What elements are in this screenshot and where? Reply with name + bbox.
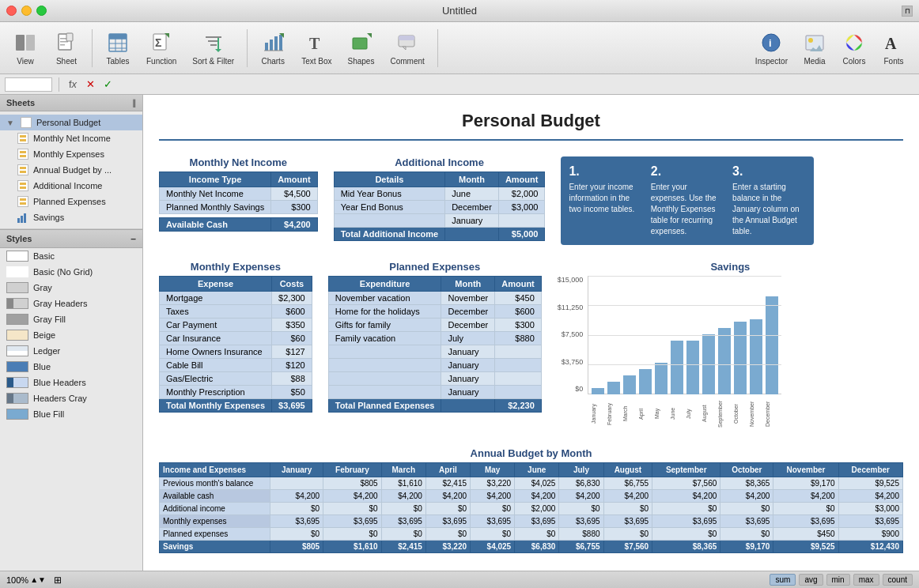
table-row[interactable]: Family vacationJuly$880 xyxy=(328,332,541,345)
style-item-headers-cray[interactable]: Headers Cray xyxy=(0,390,142,406)
table-row[interactable]: Previous month's balance $805 $1,610 $2,… xyxy=(160,477,903,490)
cell: $3,695 xyxy=(838,515,902,528)
main-area: Sheets ‖ ▼ Personal Budget Monthly Net I… xyxy=(0,95,919,571)
zoom-control[interactable]: 100% ▲▼ xyxy=(6,575,46,585)
toolbar-view[interactable]: View xyxy=(6,27,44,69)
sidebar-item-savings[interactable]: Savings xyxy=(0,209,142,225)
sidebar-item-monthly-net-income[interactable]: Monthly Net Income xyxy=(0,130,142,146)
table-row[interactable]: Additional income $0 $0 $0 $0 $0 $2,000 … xyxy=(160,503,903,515)
table-row[interactable]: Planned Monthly Savings $300 xyxy=(160,201,318,214)
toolbar-function[interactable]: Σ Function xyxy=(140,27,183,69)
savings-cell: $805 xyxy=(270,541,323,553)
table-row[interactable]: Mortgage$2,300 xyxy=(160,292,312,305)
window-resize-button[interactable]: ⊓ xyxy=(902,6,913,17)
table-row[interactable]: Home Owners Insurance$127 xyxy=(160,345,312,359)
zoom-stepper-icon[interactable]: ▲▼ xyxy=(30,575,46,584)
expense-cell: Car Payment xyxy=(160,318,272,332)
style-item-ledger[interactable]: Ledger xyxy=(0,343,142,359)
styles-collapse-button[interactable]: – xyxy=(130,233,136,244)
style-item-beige[interactable]: Beige xyxy=(0,327,142,343)
func-avg-button[interactable]: avg xyxy=(799,574,823,586)
table-row[interactable]: January xyxy=(328,359,541,372)
func-min-button[interactable]: min xyxy=(826,574,850,586)
style-item-gray-headers[interactable]: Gray Headers xyxy=(0,296,142,311)
amount-cell: $450 xyxy=(495,292,542,305)
amount-cell: $600 xyxy=(495,305,542,318)
toolbar-fonts[interactable]: A Fonts xyxy=(875,27,913,69)
style-item-blue[interactable]: Blue xyxy=(0,359,142,375)
content-area[interactable]: Personal Budget Monthly Net Income Incom… xyxy=(143,95,919,571)
table-row[interactable]: Year End Bonus December $3,000 xyxy=(334,201,545,214)
table-row[interactable]: Monthly Prescription$50 xyxy=(160,386,312,399)
table-row[interactable]: Cable Bill$120 xyxy=(160,359,312,372)
cell: $0 xyxy=(471,503,515,515)
x-label: September xyxy=(717,396,730,432)
fonts-icon: A xyxy=(881,30,906,55)
svg-text:Σ: Σ xyxy=(155,36,161,49)
instruction-step-1: 1. Enter your income information in the … xyxy=(569,164,642,237)
sidebar-item-personal-budget[interactable]: ▼ Personal Budget xyxy=(0,115,142,130)
table-row[interactable]: January xyxy=(328,372,541,386)
toolbar-sort-filter[interactable]: Sort & Filter xyxy=(186,27,240,69)
func-sum-button[interactable]: sum xyxy=(770,574,796,586)
cell: $3,695 xyxy=(323,515,381,528)
sidebar-item-planned-expenses[interactable]: Planned Expenses xyxy=(0,194,142,209)
table-row[interactable]: Monthly Net Income $4,500 xyxy=(160,187,318,201)
table-row[interactable]: Planned expenses $0 $0 $0 $0 $0 $0 $880 … xyxy=(160,528,903,541)
toolbar-textbox[interactable]: T Text Box xyxy=(295,27,338,69)
style-item-blue-headers[interactable]: Blue Headers xyxy=(0,375,142,390)
toolbar-shapes[interactable]: Shapes xyxy=(342,27,381,69)
toolbar-tables[interactable]: Tables xyxy=(99,27,137,69)
y-label: $3,750 xyxy=(562,358,584,366)
toolbar-charts[interactable]: Charts xyxy=(254,27,292,69)
shapes-label: Shapes xyxy=(348,57,375,66)
table-row[interactable]: Monthly expenses $3,695 $3,695 $3,695 $3… xyxy=(160,515,903,528)
minimize-button[interactable] xyxy=(21,6,32,16)
svg-rect-24 xyxy=(274,36,278,51)
cell: $0 xyxy=(425,528,470,541)
table-row[interactable]: Car Insurance$60 xyxy=(160,332,312,345)
table-row[interactable]: Available cash $4,200 $4,200 $4,200 $4,2… xyxy=(160,490,903,503)
toolbar-sheet[interactable]: Sheet xyxy=(47,27,85,69)
amount-cell: $2,000 xyxy=(498,187,545,201)
sidebar-item-monthly-expenses[interactable]: Monthly Expenses xyxy=(0,146,142,162)
table-row[interactable]: November vacationNovember$450 xyxy=(328,292,541,305)
bar-apr xyxy=(639,369,652,394)
toolbar-inspector[interactable]: i Inspector xyxy=(749,27,794,69)
formula-input[interactable] xyxy=(118,77,914,92)
style-item-blue-fill[interactable]: Blue Fill xyxy=(0,406,142,422)
table-row[interactable]: January xyxy=(328,345,541,359)
formula-fx-button[interactable]: fx xyxy=(66,78,80,90)
maximize-button[interactable] xyxy=(36,6,47,16)
savings-cell: $3,220 xyxy=(425,541,470,553)
table-row[interactable]: Taxes$600 xyxy=(160,305,312,318)
func-max-button[interactable]: max xyxy=(853,574,879,586)
style-item-gray-fill[interactable]: Gray Fill xyxy=(0,311,142,327)
func-count-button[interactable]: count xyxy=(883,574,913,586)
formula-accept-button[interactable]: ✓ xyxy=(100,78,115,90)
table-row[interactable]: January xyxy=(328,386,541,399)
cell: $0 xyxy=(773,503,838,515)
table-row[interactable]: Mid Year Bonus June $2,000 xyxy=(334,187,545,201)
table-row[interactable]: Gifts for familyDecember$300 xyxy=(328,318,541,332)
table-row[interactable]: Home for the holidaysDecember$600 xyxy=(328,305,541,318)
close-button[interactable] xyxy=(6,6,17,16)
cell-reference-input[interactable] xyxy=(5,77,52,92)
table-row[interactable]: January xyxy=(334,214,545,228)
toolbar-media[interactable]: Media xyxy=(796,27,834,69)
cell: $0 xyxy=(381,503,425,515)
style-item-basic[interactable]: Basic xyxy=(0,248,142,264)
formula-cancel-button[interactable]: ✕ xyxy=(83,78,97,90)
sidebar-item-additional-income[interactable]: Additional Income xyxy=(0,178,142,194)
style-item-gray[interactable]: Gray xyxy=(0,280,142,296)
col-header-amount: Amount xyxy=(271,172,318,187)
toolbar-comment[interactable]: Comment xyxy=(384,27,430,69)
sidebar-collapse-button[interactable]: ‖ xyxy=(132,99,136,107)
style-item-basic-nogrid[interactable]: Basic (No Grid) xyxy=(0,264,142,280)
table-row[interactable]: Gas/Electric$88 xyxy=(160,372,312,386)
savings-footer-row: Savings $805 $1,610 $2,415 $3,220 $4,025… xyxy=(160,541,903,553)
toolbar-colors[interactable]: Colors xyxy=(835,27,873,69)
sidebar-item-annual-budget[interactable]: Annual Budget by ... xyxy=(0,162,142,178)
sheet-grid-icon[interactable]: ⊞ xyxy=(54,575,62,586)
table-row[interactable]: Car Payment$350 xyxy=(160,318,312,332)
